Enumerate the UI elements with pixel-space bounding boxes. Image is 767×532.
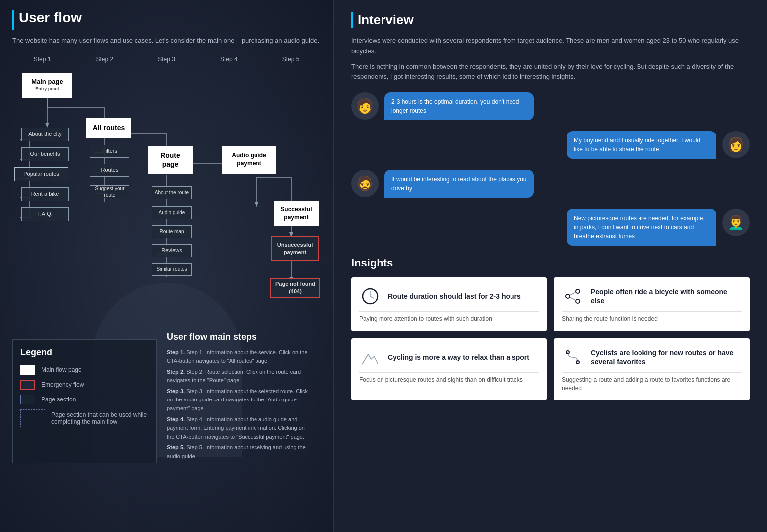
- insight-title-2: People often ride a bicycle with someone…: [591, 287, 742, 305]
- chat-section: 🧑 2-3 hours is the optimal duration, you…: [351, 92, 750, 246]
- similar-routes-box: Similar routes: [152, 263, 192, 276]
- insight-icon-clock: [359, 285, 381, 307]
- legend-title: Legend: [20, 347, 149, 358]
- insight-card-3: Cycling is more a way to relax than a sp…: [351, 338, 547, 400]
- insight-title-3: Cycling is more a way to relax than a sp…: [388, 353, 529, 362]
- popular-routes-box: Popular routes: [14, 167, 68, 181]
- avatar-1: 🧑: [351, 92, 379, 120]
- legend: Legend Main flow page Emergency flow Pag…: [12, 339, 157, 463]
- step3-label: Step 3: [142, 56, 192, 63]
- step1-label: Step 1: [17, 56, 67, 63]
- step2-desc: Step 2. Step 2. Route selection. Click o…: [167, 368, 311, 385]
- svg-line-36: [370, 296, 374, 298]
- legend-icon-gray: [20, 395, 35, 404]
- insight-header-1: Route duration should last for 2-3 hours: [359, 285, 539, 307]
- insight-card-4: Cyclists are looking for new routes or h…: [554, 338, 750, 400]
- steps-description: User flow main steps Step 1. Step 1. Inf…: [167, 332, 311, 463]
- legend-item-section: Page section: [20, 395, 149, 404]
- bottom-section: Legend Main flow page Emergency flow Pag…: [12, 332, 321, 463]
- reviews-box: Reviews: [152, 244, 192, 257]
- insight-header-4: Cyclists are looking for new routes or h…: [562, 346, 742, 368]
- left-panel: User flow The website has many user flow…: [0, 0, 334, 532]
- step5-desc: Step 5. Step 5. Information about receiv…: [167, 443, 311, 461]
- interview-title: Interview: [351, 12, 750, 28]
- legend-icon-white: [20, 365, 35, 375]
- insight-header-2: People often ride a bicycle with someone…: [562, 285, 742, 307]
- insight-card-2: People often ride a bicycle with someone…: [554, 277, 750, 331]
- audio-guide-payment-box: Audio guide payment: [222, 146, 276, 174]
- step5-label: Step 5: [266, 56, 316, 63]
- page-not-found-box: Page not found (404): [270, 278, 320, 298]
- insight-icon-share: [562, 285, 584, 307]
- svg-point-38: [566, 294, 570, 298]
- insights-title: Insights: [351, 257, 750, 269]
- about-route-box: About the route: [152, 186, 192, 199]
- steps-header: Step 1 Step 2 Step 3 Step 4 Step 5: [12, 56, 321, 63]
- step1-desc: Step 1. Step 1. Information about the se…: [167, 348, 311, 366]
- flow-diagram: Main page Entry point About the city Our…: [12, 68, 321, 327]
- svg-line-40: [570, 292, 576, 295]
- legend-label-dashed: Page section that can be used while comp…: [51, 411, 149, 425]
- legend-item-dashed: Page section that can be used while comp…: [20, 409, 149, 427]
- insight-header-3: Cycling is more a way to relax than a sp…: [359, 346, 539, 368]
- svg-line-41: [570, 297, 576, 300]
- steps-desc-title: User flow main steps: [167, 332, 311, 342]
- svg-marker-28: [255, 202, 258, 207]
- legend-item-emergency: Emergency flow: [20, 380, 149, 390]
- interview-para2: There is nothing in common between the r…: [351, 62, 750, 83]
- chat-row-1: 🧑 2-3 hours is the optimal duration, you…: [351, 92, 750, 120]
- chat-row-4: 👨‍🦱 New picturesque routes are needed, f…: [351, 209, 750, 246]
- chat-row-2: 👩 My boyfriend and I usually ride togeth…: [351, 131, 750, 159]
- legend-label-emergency: Emergency flow: [41, 381, 84, 388]
- insights-grid: Route duration should last for 2-3 hours…: [351, 277, 750, 400]
- svg-point-37: [576, 289, 580, 293]
- chat-bubble-1: 2-3 hours is the optimal duration, you d…: [384, 92, 534, 120]
- suggest-route-box: Suggest your route: [90, 185, 129, 198]
- step3-desc: Step 3. Step 3. Information about the se…: [167, 387, 311, 413]
- unsuccessful-payment-box: Unsuccessful payment: [271, 236, 319, 261]
- step4-label: Step 4: [204, 56, 254, 63]
- routes-box: Routes: [90, 164, 129, 177]
- rent-bike-box: Rent a bike: [21, 187, 69, 201]
- our-benefits-box: Our benefits: [21, 147, 69, 161]
- avatar-2: 👩: [722, 131, 750, 158]
- chat-bubble-4: New picturesque routes are needed, for e…: [567, 209, 716, 246]
- svg-point-39: [576, 299, 580, 303]
- chat-bubble-2: My boyfriend and I usually ride together…: [567, 131, 716, 159]
- interview-para1: Interviews were conducted with several r…: [351, 36, 750, 57]
- step2-label: Step 2: [80, 56, 129, 63]
- insight-card-1: Route duration should last for 2-3 hours…: [351, 277, 547, 331]
- insight-title-4: Cyclists are looking for new routes or h…: [591, 348, 742, 366]
- audio-guide-box: Audio guide: [152, 206, 192, 219]
- right-panel: Interview Interviews were conducted with…: [334, 0, 767, 532]
- subtitle: The website has many user flows and use …: [12, 36, 321, 46]
- all-routes-box: All routes: [86, 118, 131, 138]
- insight-desc-4: Suggesting a route and adding a route to…: [562, 372, 742, 393]
- legend-label-main: Main flow page: [41, 366, 82, 373]
- successful-payment-box: Successful payment: [274, 201, 319, 226]
- faq-box: F.A.Q.: [21, 207, 69, 221]
- insight-title-1: Route duration should last for 2-3 hours: [388, 292, 521, 301]
- legend-item-main: Main flow page: [20, 365, 149, 375]
- route-page-box: Route page: [148, 146, 193, 174]
- avatar-3: 🧔: [351, 170, 379, 197]
- filters-box: Filters: [90, 145, 129, 158]
- insight-desc-2: Sharing the route function is needed: [562, 311, 742, 323]
- step4-desc: Step 4. Step 4. Information about the au…: [167, 415, 311, 442]
- page-title: User flow: [12, 10, 321, 30]
- insight-desc-1: Paying more attention to routes with suc…: [359, 311, 539, 323]
- legend-icon-dashed: [20, 409, 45, 427]
- svg-marker-5: [45, 123, 49, 128]
- legend-label-section: Page section: [41, 396, 76, 403]
- about-city-box: About the city: [21, 128, 69, 141]
- chat-row-3: 🧔 It would be interesting to read about …: [351, 170, 750, 198]
- chat-bubble-3: It would be interesting to read about th…: [384, 170, 534, 198]
- legend-icon-red: [20, 380, 35, 390]
- route-map-box: Route map: [152, 225, 192, 238]
- insight-icon-route: [562, 346, 584, 368]
- insight-icon-mountain: [359, 346, 381, 368]
- insight-desc-3: Focus on picturesque routes and sights t…: [359, 372, 539, 384]
- main-page-box: Main page Entry point: [22, 73, 72, 98]
- avatar-4: 👨‍🦱: [722, 209, 750, 236]
